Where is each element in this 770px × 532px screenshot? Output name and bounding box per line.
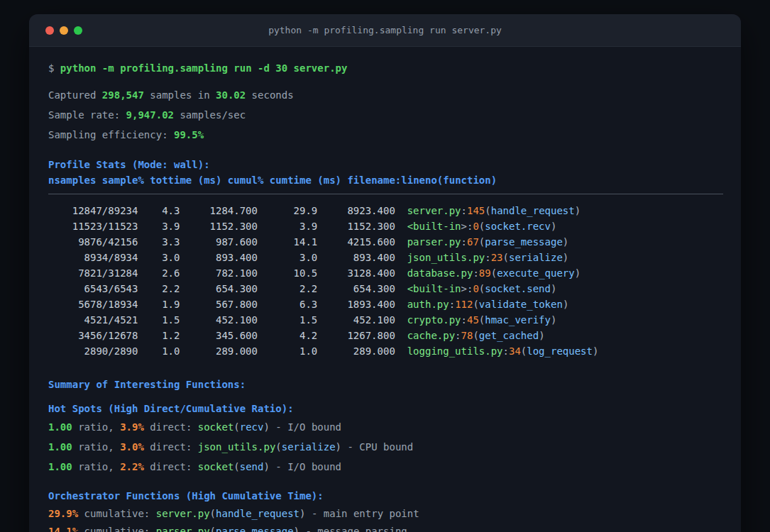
zoom-button-icon[interactable]: [74, 26, 82, 35]
orchestrator-item: 29.9% cumulative: server.py(handle_reque…: [48, 506, 723, 521]
table-row: 9876/421563.3987.60014.14215.600parser.p…: [48, 234, 723, 250]
hot-spot-item: 1.00 ratio, 3.9% direct: socket(recv) - …: [48, 419, 723, 435]
stat-efficiency: Sampling efficiency: 99.5%: [48, 127, 723, 143]
command-text: python -m profiling.sampling run -d 30 s…: [60, 62, 348, 74]
table-row: 4521/45211.5452.1001.5452.100crypto.py:4…: [48, 312, 723, 328]
window-title: python -m profiling.sampling run server.…: [268, 25, 502, 35]
hot-spot-item: 1.00 ratio, 3.0% direct: json_utils.py(s…: [48, 439, 723, 455]
screen: python -m profiling.sampling run server.…: [0, 0, 770, 532]
summary-title: Summary of Interesting Functions:: [48, 377, 723, 392]
table-row: 11523/115233.91152.3003.91152.300<built-…: [48, 218, 723, 234]
stat-captured: Captured 298,547 samples in 30.02 second…: [48, 87, 723, 103]
profile-table: 12847/892344.31284.70029.98923.400server…: [48, 203, 723, 359]
table-row: 6543/65432.2654.3002.2654.300<built-in>:…: [48, 281, 723, 297]
orchestrators-title: Orchestrator Functions (High Cumulative …: [48, 488, 723, 504]
prompt-symbol: $: [48, 62, 54, 74]
orchestrators-list: 29.9% cumulative: server.py(handle_reque…: [48, 506, 723, 532]
table-divider: [48, 194, 723, 194]
close-button-icon[interactable]: [45, 26, 54, 35]
terminal-body[interactable]: $python -m profiling.sampling run -d 30 …: [29, 47, 741, 532]
terminal-window: python -m profiling.sampling run server.…: [29, 14, 741, 532]
stat-sample-rate: Sample rate: 9,947.02 samples/sec: [48, 107, 723, 123]
table-column-header: nsamples sample% tottime (ms) cumul% cum…: [48, 172, 723, 188]
hot-spots-list: 1.00 ratio, 3.9% direct: socket(recv) - …: [48, 419, 723, 475]
traffic-lights: [45, 14, 82, 46]
table-row: 7821/312842.6782.10010.53128.400database…: [48, 265, 723, 281]
table-row: 8934/89343.0893.4003.0893.400json_utils.…: [48, 250, 723, 265]
table-row: 5678/189341.9567.8006.31893.400auth.py:1…: [48, 297, 723, 312]
minimize-button-icon[interactable]: [60, 26, 68, 35]
hot-spots-title: Hot Spots (High Direct/Cumulative Ratio)…: [48, 401, 723, 416]
table-row: 2890/28901.0289.0001.0289.000logging_uti…: [48, 343, 723, 359]
table-row: 12847/892344.31284.70029.98923.400server…: [48, 203, 723, 218]
profile-stats-title: Profile Stats (Mode: wall):: [48, 157, 723, 172]
orchestrator-item: 14.1% cumulative: parser.py(parse_messag…: [48, 523, 723, 532]
command-line: $python -m profiling.sampling run -d 30 …: [48, 60, 723, 76]
hot-spot-item: 1.00 ratio, 2.2% direct: socket(send) - …: [48, 459, 723, 475]
table-row: 3456/126781.2345.6004.21267.800cache.py:…: [48, 328, 723, 343]
window-title-bar[interactable]: python -m profiling.sampling run server.…: [29, 14, 741, 47]
